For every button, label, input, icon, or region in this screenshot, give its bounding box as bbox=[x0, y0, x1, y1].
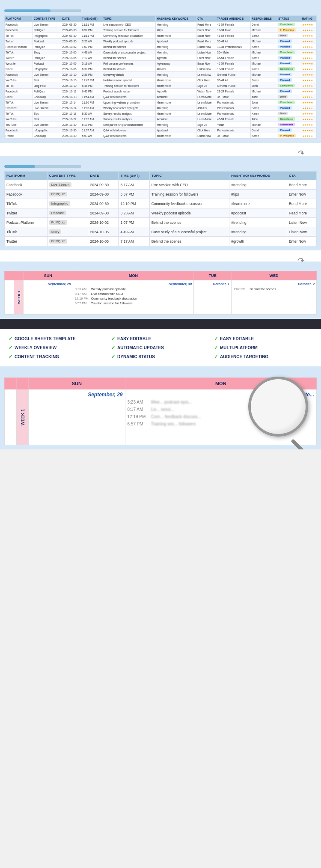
table-cell: 4:49 AM bbox=[81, 50, 102, 55]
table-row: SnapchatLive Stream2024-10-1411:03 AMWee… bbox=[5, 105, 317, 111]
table-cell: 2024-10-10 bbox=[61, 72, 81, 77]
table-cell: Michael bbox=[250, 50, 277, 55]
table-cell: Behind the scenes bbox=[102, 55, 156, 61]
table-cell: Facebook bbox=[5, 180, 48, 190]
big-entry-time: 8:17 AM bbox=[128, 407, 150, 412]
column-header: CONTENT TYPE bbox=[33, 16, 61, 22]
table-cell: 6:57 PM bbox=[119, 190, 149, 199]
rating-stars: ★★★★★ bbox=[302, 113, 313, 115]
status-badge: Planned bbox=[278, 128, 291, 132]
column-header: PLATFORM bbox=[5, 16, 33, 22]
table-cell: 11:11 PM bbox=[81, 33, 102, 39]
column-header: DATE bbox=[88, 172, 119, 180]
rating-stars: ★★★★★ bbox=[302, 129, 313, 132]
calendar-day-cell: September, 29 bbox=[24, 280, 73, 315]
table-cell: 35+ Male bbox=[216, 50, 251, 55]
rating-stars: ★★★★★ bbox=[302, 135, 313, 137]
table-cell: Poll/Quiz bbox=[33, 44, 61, 50]
table-cell: Listen Now bbox=[196, 44, 216, 50]
table-cell: TikTok bbox=[5, 227, 48, 237]
feature-item: ✓EASY EDITABLE bbox=[214, 335, 312, 342]
table-cell: Sarah bbox=[250, 33, 277, 39]
table-cell: Listen Now bbox=[287, 227, 316, 237]
table-cell: David bbox=[250, 22, 277, 27]
table-cell: 18-34 Female bbox=[216, 66, 251, 72]
table-cell: Q&A with followers bbox=[102, 94, 156, 100]
table-cell: Listen Now bbox=[287, 218, 316, 227]
table-cell: John bbox=[250, 100, 277, 105]
feature-label: GOOGLE SHEETS TEMPLATE bbox=[15, 336, 76, 341]
table-cell: 3:23 AM bbox=[119, 208, 149, 218]
table-cell: 5:53 AM bbox=[81, 133, 102, 139]
table-cell: #content bbox=[156, 94, 196, 100]
feature-item: ✓DYNAMIC STATUS bbox=[111, 353, 210, 360]
table-cell: Email bbox=[5, 66, 33, 72]
table-cell: Listen Now bbox=[196, 133, 216, 139]
features-section: ✓GOOGLE SHEETS TEMPLATE✓EASY EDITABLE✓EA… bbox=[0, 329, 321, 366]
table-cell: #trending bbox=[229, 218, 287, 227]
table-cell: Survey results analysis bbox=[102, 116, 156, 122]
table-cell: Karen bbox=[250, 55, 277, 61]
column-header: CTA bbox=[196, 16, 216, 22]
table-cell: 1:07 PM bbox=[81, 44, 102, 50]
table-cell: Professionals bbox=[216, 105, 251, 111]
status-badge: Draft bbox=[278, 95, 288, 98]
table-cell: Enter Now bbox=[196, 33, 216, 39]
rating-stars: ★★★★★ bbox=[302, 74, 313, 76]
table-cell: 2024-09-30 bbox=[61, 39, 81, 44]
table-cell: #podcast bbox=[229, 208, 287, 218]
calendar-day-cell: September, 303:23 AMWeekly podcast episo… bbox=[73, 280, 194, 315]
table-row: FacebookInfographic2024-10-3011:07 AMQ&A… bbox=[5, 128, 317, 133]
feature-label: WEEKLY OVERVIEW bbox=[15, 345, 56, 350]
table-cell: Q&A with followers bbox=[102, 128, 156, 133]
table-cell: Facebook bbox=[5, 22, 33, 27]
table-cell: Professionals bbox=[216, 128, 251, 133]
table-cell: Behind the scenes bbox=[102, 44, 156, 50]
status-badge: Completed bbox=[278, 84, 295, 87]
table-cell: 2024-10-14 bbox=[61, 100, 81, 105]
table-cell: Live Stream bbox=[33, 72, 61, 77]
big-week-label: WEEK 1 bbox=[17, 389, 29, 445]
table-cell: TikTok bbox=[5, 199, 48, 208]
table-cell: 2024-09-30 bbox=[88, 199, 119, 208]
full-planner-table: PLATFORMCONTENT TYPEDATETIME (GMT)TOPICH… bbox=[4, 15, 317, 139]
table-cell: 2024-09-30 bbox=[88, 208, 119, 218]
table-cell: 2024-10-02 bbox=[61, 44, 81, 50]
feature-item: ✓EASY EDITABLE bbox=[111, 335, 210, 342]
status-badge: Planned bbox=[278, 89, 291, 93]
table-cell: #growth bbox=[229, 237, 287, 246]
table-cell: 2024-10-05 bbox=[61, 55, 81, 61]
table-cell: Click Here bbox=[196, 77, 216, 83]
table-cell: #trending bbox=[156, 105, 196, 111]
entry-time: 1:07 PM bbox=[233, 287, 249, 291]
table-row: YouTubeLive Stream2024-10-306:10 PMNew p… bbox=[5, 122, 317, 128]
feature-label: DYNAMIC STATUS bbox=[117, 354, 155, 359]
big-entry-content: Com... feedback discuss... bbox=[151, 414, 201, 419]
table-cell: Learn More bbox=[196, 100, 216, 105]
rating-stars: ★★★★★ bbox=[302, 107, 313, 110]
calendar-date: September, 30 bbox=[75, 282, 192, 286]
table-cell: Michael bbox=[250, 89, 277, 94]
column-header: RESPONSIBLE bbox=[250, 16, 277, 22]
table-cell: 2024-10-10 bbox=[61, 83, 81, 89]
table-cell: 2:38 PM bbox=[81, 72, 102, 77]
big-entry-content: Training ses... followers bbox=[151, 421, 196, 427]
table-cell: 2024-09-30 bbox=[61, 22, 81, 27]
table-cell: 2024-09-30 bbox=[61, 33, 81, 39]
table-cell: 8:35 AM bbox=[81, 111, 102, 116]
calendar-entry: 3:23 AMWeekly podcast episode bbox=[75, 287, 192, 291]
check-icon: ✓ bbox=[111, 354, 115, 360]
table-cell: Michael bbox=[250, 27, 277, 33]
feature-label: CONTENT TRACKING bbox=[15, 354, 59, 359]
table-cell: Sign Up bbox=[196, 83, 216, 89]
check-icon: ✓ bbox=[111, 336, 115, 342]
rating-stars: ★★★★★ bbox=[302, 96, 313, 98]
column-header: STATUS bbox=[277, 16, 301, 22]
table-cell: Listen Now bbox=[196, 50, 216, 55]
table-cell: Twitter bbox=[5, 55, 33, 61]
status-badge: Completed bbox=[278, 51, 295, 54]
table-cell: Q&A with followers bbox=[102, 133, 156, 139]
table-row: FacebookPoll/Quiz2024-09-306:57 PMTraini… bbox=[5, 190, 317, 199]
section-full-planner: PLATFORMCONTENT TYPEDATETIME (GMT)TOPICH… bbox=[0, 0, 321, 143]
check-icon: ✓ bbox=[9, 354, 12, 360]
